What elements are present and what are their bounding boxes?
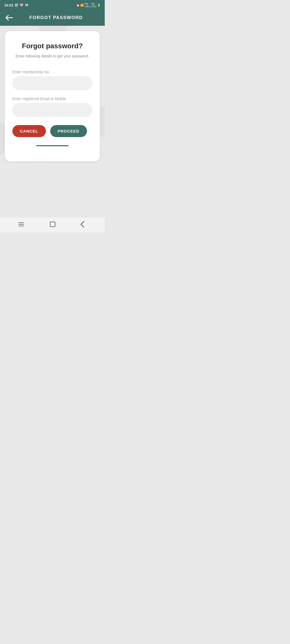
status-bar-left: 10:22 🖼 🩷 M: [4, 3, 28, 7]
home-icon: [50, 222, 55, 227]
nav-bar: [0, 217, 105, 232]
lte1-icon: Vo)LTE1: [84, 2, 90, 8]
header-title: FORGOT PASSWORD: [13, 15, 99, 20]
card-title: Forgot password?: [12, 42, 92, 50]
status-icons-right: ⏰ 📶 Vo)LTE1 Vo)LTE2 🔋: [76, 2, 100, 8]
menu-icon: [19, 222, 24, 226]
bottom-indicator: [36, 145, 68, 146]
forgot-password-card: Forgot password? Enter following details…: [5, 31, 100, 161]
wifi-icon: 📶: [80, 4, 84, 7]
nav-menu-button[interactable]: [19, 222, 24, 226]
m-icon: M: [25, 3, 28, 7]
back-button[interactable]: [5, 15, 13, 21]
nav-home-button[interactable]: [50, 222, 55, 227]
email-mobile-label: Enter registered Email or Mobile: [12, 97, 92, 101]
membership-form-group: Enter membership No.: [12, 70, 92, 90]
email-mobile-form-group: Enter registered Email or Mobile: [12, 97, 92, 117]
lte2-icon: Vo)LTE2: [91, 2, 96, 8]
status-bar: 10:22 🖼 🩷 M ⏰ 📶 Vo)LTE1 Vo)LTE2 🔋: [0, 0, 105, 10]
heart-icon: 🩷: [20, 3, 24, 7]
email-mobile-input[interactable]: [12, 103, 92, 117]
image-icon: 🖼: [15, 3, 18, 7]
membership-label: Enter membership No.: [12, 70, 92, 74]
cancel-button[interactable]: CANCEL: [12, 125, 46, 137]
back-icon: [81, 221, 87, 228]
button-row: CANCEL PROCEED: [12, 125, 92, 137]
card-subtitle: Enter following details to get your pass…: [12, 53, 92, 59]
header: FORGOT PASSWORD: [0, 10, 105, 26]
page-background: Forgot password? Enter following details…: [0, 26, 105, 217]
battery-icon: 🔋: [97, 4, 100, 7]
status-time: 10:22: [4, 3, 13, 7]
proceed-button[interactable]: PROCEED: [50, 125, 87, 137]
alarm-icon: ⏰: [76, 4, 79, 7]
nav-back-button[interactable]: [81, 222, 86, 227]
membership-input[interactable]: [12, 76, 92, 90]
